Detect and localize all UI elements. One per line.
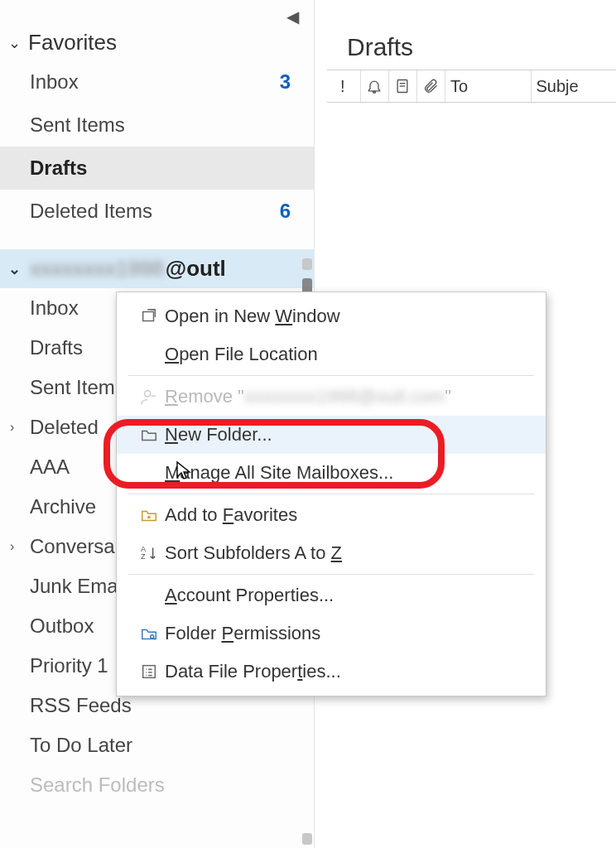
- menu-data-file-properties[interactable]: Data File Properties...: [117, 653, 546, 691]
- menu-sort-subfolders[interactable]: AZ Sort Subfolders A to Z: [117, 534, 546, 572]
- menu-divider: [128, 375, 534, 376]
- folder-icon: [133, 426, 165, 444]
- sort-az-icon: AZ: [133, 544, 165, 562]
- column-to[interactable]: To: [445, 70, 531, 102]
- menu-account-properties[interactable]: Account Properties...: [117, 576, 546, 614]
- favorites-folder-list: Inbox 3 Sent Items Drafts Deleted Items …: [0, 60, 314, 233]
- column-attachment-icon[interactable]: [416, 70, 445, 102]
- column-importance[interactable]: !: [335, 70, 360, 102]
- chevron-right-icon: ›: [10, 539, 14, 554]
- new-window-icon: [133, 307, 165, 325]
- context-menu: Open in New Window Open File Location Re…: [116, 292, 546, 696]
- chevron-down-icon: ⌄: [8, 260, 28, 278]
- svg-point-5: [145, 391, 151, 397]
- folder-count: 6: [280, 200, 291, 223]
- chevron-right-icon: ›: [10, 420, 14, 435]
- folder-search[interactable]: Search Folders: [0, 765, 314, 805]
- folder-todo[interactable]: To Do Later: [0, 725, 314, 765]
- menu-label: Account Properties...: [165, 585, 334, 606]
- folder-count: 3: [280, 70, 291, 94]
- menu-label: Folder Permissions: [165, 623, 320, 644]
- column-reminder-icon[interactable]: [360, 70, 388, 102]
- folder-search-icon: [133, 624, 165, 643]
- account-header[interactable]: ⌄ xxxxxxxx1998@outl: [0, 249, 314, 288]
- menu-label: Open File Location: [165, 344, 318, 365]
- menu-open-new-window[interactable]: Open in New Window: [117, 297, 546, 335]
- menu-open-file-location[interactable]: Open File Location: [117, 335, 546, 373]
- menu-folder-permissions[interactable]: Folder Permissions: [117, 614, 546, 653]
- svg-text:Z: Z: [141, 552, 146, 561]
- scroll-up-indicator[interactable]: [302, 258, 312, 270]
- menu-label: Data File Properties...: [165, 661, 341, 682]
- collapse-nav-icon[interactable]: ◀: [286, 7, 299, 26]
- column-subject[interactable]: Subje: [531, 70, 617, 102]
- menu-new-folder[interactable]: New Folder...: [117, 416, 546, 454]
- folder-sent-fav[interactable]: Sent Items: [0, 104, 314, 147]
- menu-label: Sort Subfolders A to Z: [165, 542, 342, 564]
- menu-add-favorites[interactable]: Add to Favorites: [117, 496, 546, 534]
- account-name-blurred: xxxxxxxx1998: [30, 256, 164, 282]
- menu-label: Remove "xxxxxxxx1998@outl.com": [165, 386, 451, 407]
- scroll-down-indicator[interactable]: [302, 833, 312, 845]
- menu-label: Open in New Window: [165, 306, 340, 327]
- svg-marker-7: [147, 515, 152, 519]
- favorites-section: ⌄ Favorites Inbox 3 Sent Items Drafts De…: [0, 0, 314, 233]
- favorites-header[interactable]: ⌄ Favorites: [0, 25, 314, 60]
- menu-divider: [128, 574, 534, 575]
- folder-deleted-fav[interactable]: Deleted Items 6: [0, 190, 314, 233]
- menu-label: Add to Favorites: [165, 504, 297, 526]
- column-icon-icon[interactable]: [388, 70, 416, 102]
- menu-label: Manage All Site Mailboxes...: [165, 462, 393, 484]
- account-name-suffix: @outl: [166, 256, 226, 282]
- column-header-row: ! To Subje: [327, 70, 616, 103]
- chevron-down-icon: ⌄: [8, 34, 28, 52]
- menu-divider: [128, 494, 534, 494]
- svg-rect-3: [143, 312, 154, 321]
- menu-remove-account: Remove "xxxxxxxx1998@outl.com": [117, 378, 546, 416]
- page-title: Drafts: [327, 33, 616, 70]
- menu-manage-mailboxes[interactable]: Manage All Site Mailboxes...: [117, 454, 546, 492]
- favorites-label: Favorites: [28, 30, 117, 55]
- menu-label: New Folder...: [165, 424, 272, 446]
- star-folder-icon: [133, 506, 165, 524]
- properties-list-icon: [133, 662, 165, 681]
- person-remove-icon: [133, 388, 165, 406]
- folder-inbox-fav[interactable]: Inbox 3: [0, 60, 314, 104]
- svg-point-10: [151, 635, 154, 638]
- folder-drafts-fav[interactable]: Drafts: [0, 147, 314, 190]
